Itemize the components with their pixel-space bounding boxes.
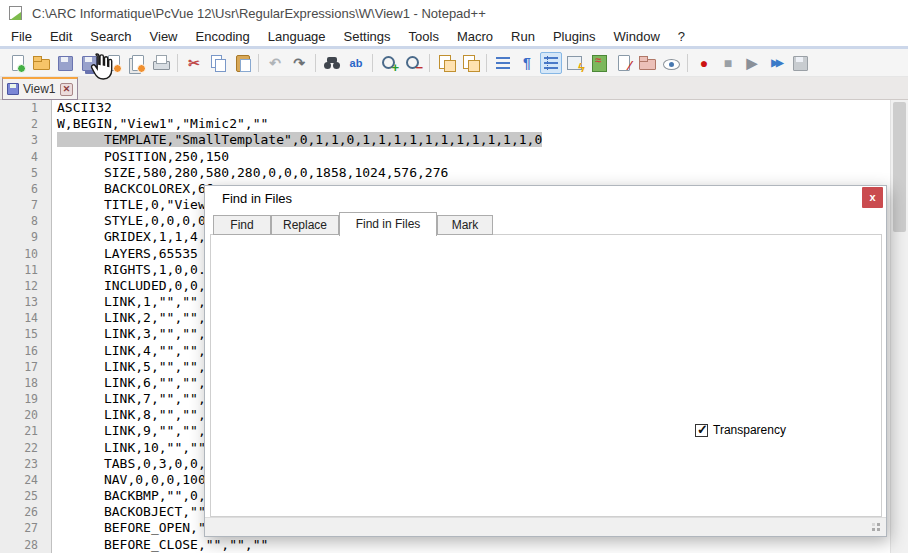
- toolbar-separator: [258, 54, 259, 72]
- line-text: INCLUDED,0,0,0,: [52, 278, 221, 294]
- line-text: STYLE,0,0,0,0,(: [52, 213, 221, 229]
- toolbar-group: ab: [320, 52, 368, 74]
- indent-guide-icon[interactable]: [540, 52, 562, 74]
- editor-line[interactable]: 2W,BEGIN,"View1","Mimic2","": [0, 116, 890, 132]
- toolbar-separator: [486, 54, 487, 72]
- editor-line[interactable]: 5 SIZE,580,280,580,280,0,0,0,1858,1024,5…: [0, 165, 890, 181]
- dialog-footer: [205, 517, 886, 536]
- line-number: 15: [0, 326, 52, 342]
- zoom-out-icon[interactable]: [402, 52, 424, 74]
- line-text: TABS,0,3,0,0,50: [52, 456, 221, 472]
- line-number: 9: [0, 229, 52, 245]
- window-title: C:\ARC Informatique\PcVue 12\Usr\Regular…: [32, 6, 486, 21]
- line-number: 13: [0, 294, 52, 310]
- save-icon[interactable]: [54, 52, 76, 74]
- function-completion-icon[interactable]: [564, 52, 586, 74]
- new-file-icon[interactable]: [6, 52, 28, 74]
- tab-replace[interactable]: Replace: [271, 215, 339, 235]
- line-number: 2: [0, 116, 52, 132]
- menu-[interactable]: ?: [669, 27, 694, 46]
- line-number: 21: [0, 423, 52, 439]
- line-text: LINK,3,"","","": [52, 326, 221, 342]
- menu-run[interactable]: Run: [502, 27, 544, 46]
- menu-edit[interactable]: Edit: [41, 27, 81, 46]
- toolbar-separator: [177, 54, 178, 72]
- close-icon[interactable]: [102, 52, 124, 74]
- save-macro-icon[interactable]: [789, 52, 811, 74]
- monitoring-icon[interactable]: [660, 52, 682, 74]
- find-icon[interactable]: [321, 52, 343, 74]
- menu-view[interactable]: View: [141, 27, 187, 46]
- toolbar-group: ●■▶▶▶: [692, 52, 812, 74]
- replace-icon[interactable]: ab: [345, 52, 367, 74]
- menu-plugins[interactable]: Plugins: [544, 27, 605, 46]
- open-file-icon[interactable]: [30, 52, 52, 74]
- play-macro-icon[interactable]: ▶: [741, 52, 763, 74]
- line-text: TITLE,0,"View 1: [52, 197, 221, 213]
- line-text: GRIDEX,1,1,4,4,: [52, 229, 221, 245]
- notepad-plus-plus-window: { "window": { "title": "C:\\ARC Informat…: [0, 0, 908, 553]
- line-number: 5: [0, 165, 52, 181]
- tab-close-icon[interactable]: ✕: [60, 83, 73, 96]
- line-number: 7: [0, 197, 52, 213]
- save-all-icon[interactable]: [78, 52, 100, 74]
- dialog-title: Find in Files: [222, 191, 292, 206]
- menu-bar: FileEditSearchViewEncodingLanguageSettin…: [0, 26, 908, 46]
- line-number: 19: [0, 391, 52, 407]
- toolbar-group: [377, 52, 425, 74]
- dialog-close-icon[interactable]: x: [862, 187, 883, 208]
- show-all-characters-icon[interactable]: ¶: [516, 52, 538, 74]
- line-number: 3: [0, 132, 52, 148]
- transparency-checkbox[interactable]: Transparency: [695, 422, 790, 438]
- cut-icon[interactable]: ✂: [183, 52, 205, 74]
- sync-vertical-icon[interactable]: [435, 52, 457, 74]
- line-number: 4: [0, 149, 52, 165]
- redo-icon[interactable]: ↷: [288, 52, 310, 74]
- paste-icon[interactable]: [231, 52, 253, 74]
- scrollbar-thumb[interactable]: [893, 102, 906, 232]
- menu-language[interactable]: Language: [259, 27, 335, 46]
- line-text: W,BEGIN,"View1","Mimic2","": [52, 116, 268, 132]
- vertical-scrollbar[interactable]: [890, 100, 908, 553]
- line-text: LINK,9,"","","": [52, 423, 221, 439]
- menu-file[interactable]: File: [2, 27, 41, 46]
- menu-search[interactable]: Search: [81, 27, 140, 46]
- editor-line[interactable]: 28 BEFORE_CLOSE,"","","": [0, 537, 890, 553]
- menu-encoding[interactable]: Encoding: [187, 27, 259, 46]
- document-map-icon[interactable]: [588, 52, 610, 74]
- menu-tools[interactable]: Tools: [400, 27, 448, 46]
- menu-window[interactable]: Window: [605, 27, 669, 46]
- line-number: 8: [0, 213, 52, 229]
- sync-horizontal-icon[interactable]: [459, 52, 481, 74]
- line-text: BACKCOLOREX,66,: [52, 181, 221, 197]
- editor-line[interactable]: 4 POSITION,250,150: [0, 149, 890, 165]
- stop-macro-icon[interactable]: ■: [717, 52, 739, 74]
- resize-grip-icon[interactable]: [877, 528, 880, 531]
- tab-find-in-files[interactable]: Find in Files: [339, 212, 437, 236]
- toolbar-group: [434, 52, 482, 74]
- line-number: 22: [0, 440, 52, 456]
- notepad-plus-plus-icon: [8, 5, 24, 21]
- toolbar-group: ↶↷: [263, 52, 311, 74]
- record-macro-icon[interactable]: ●: [693, 52, 715, 74]
- editor-line[interactable]: 3 TEMPLATE,"SmallTemplate",0,1,1,0,1,1,1…: [0, 132, 890, 148]
- close-all-icon[interactable]: [126, 52, 148, 74]
- tab-view1[interactable]: View1 ✕: [2, 77, 78, 100]
- tab-find[interactable]: Find: [213, 215, 271, 235]
- folder-as-workspace-icon[interactable]: [636, 52, 658, 74]
- undo-icon[interactable]: ↶: [264, 52, 286, 74]
- line-number: 25: [0, 488, 52, 504]
- zoom-in-icon[interactable]: [378, 52, 400, 74]
- run-macro-multiple-icon[interactable]: ▶▶: [765, 52, 787, 74]
- document-tab-bar: View1 ✕: [0, 77, 908, 100]
- editor-line[interactable]: 1ASCII32: [0, 100, 890, 116]
- line-text: LINK,1,"","","": [52, 294, 221, 310]
- copy-icon[interactable]: [207, 52, 229, 74]
- print-icon[interactable]: [150, 52, 172, 74]
- tab-mark[interactable]: Mark: [437, 215, 493, 235]
- line-number: 6: [0, 181, 52, 197]
- document-switcher-icon[interactable]: [612, 52, 634, 74]
- menu-settings[interactable]: Settings: [335, 27, 400, 46]
- menu-macro[interactable]: Macro: [448, 27, 502, 46]
- word-wrap-icon[interactable]: [492, 52, 514, 74]
